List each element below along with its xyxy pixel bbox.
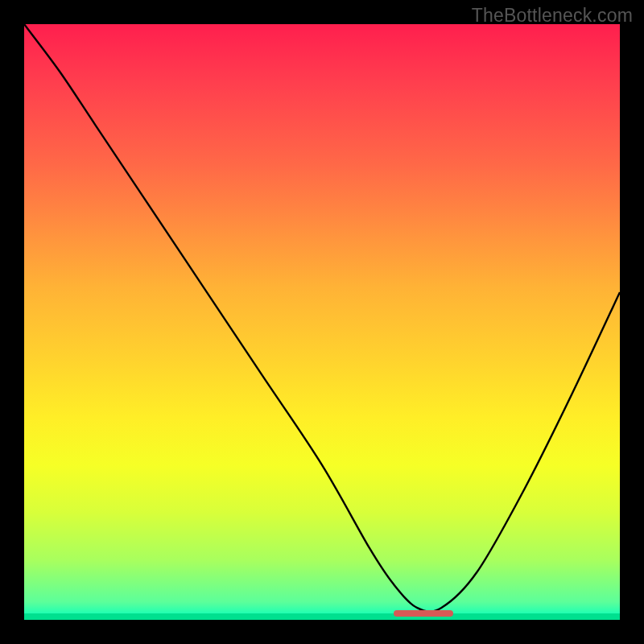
- bottleneck-curve: [24, 24, 620, 612]
- plot-area: [24, 24, 620, 620]
- curve-svg: [24, 24, 620, 620]
- flat-region-marker: [394, 610, 453, 617]
- watermark-text: TheBottleneck.com: [472, 5, 633, 27]
- bottom-green-band: [24, 613, 620, 620]
- chart-frame: TheBottleneck.com: [0, 0, 644, 644]
